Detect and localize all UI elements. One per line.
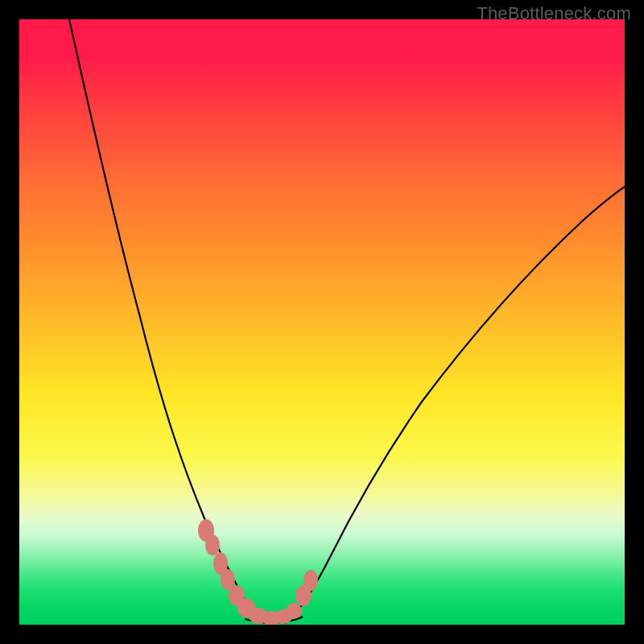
bottleneck-curve xyxy=(19,19,625,625)
svg-point-1 xyxy=(205,535,220,555)
curve-right-branch xyxy=(285,187,625,623)
svg-point-11 xyxy=(303,570,318,591)
valley-markers xyxy=(198,519,318,625)
watermark-text: TheBottleneck.com xyxy=(477,3,631,24)
svg-point-9 xyxy=(286,603,302,619)
curve-left-branch xyxy=(69,19,265,623)
